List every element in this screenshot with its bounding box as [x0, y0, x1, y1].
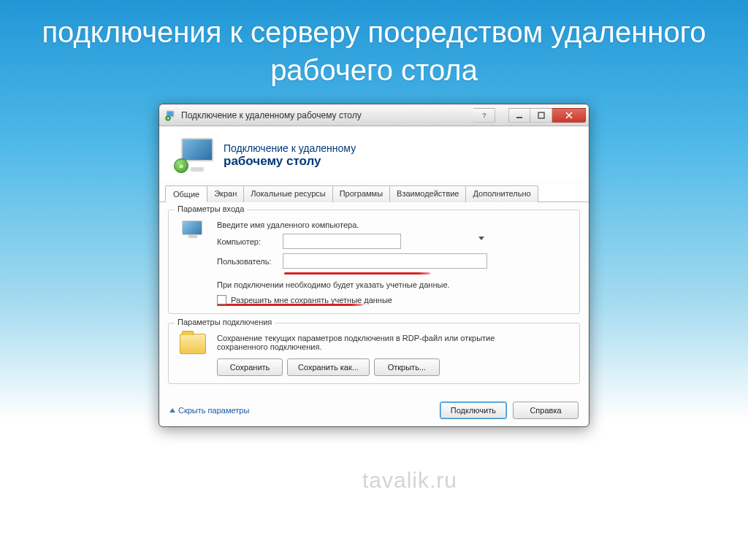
slide-title: подключения к серверу посредством удален…: [0, 0, 748, 96]
rdp-logo-icon: »: [174, 138, 213, 173]
app-icon: [165, 110, 177, 121]
tab-experience[interactable]: Взаимодействие: [389, 185, 466, 202]
svg-rect-5: [538, 112, 544, 118]
help-window-button[interactable]: ?: [473, 108, 495, 123]
dialog-header: » Подключение к удаленному рабочему стол…: [159, 126, 589, 182]
open-button[interactable]: Открыть...: [374, 358, 440, 376]
save-credentials-checkbox[interactable]: [217, 295, 226, 304]
chevron-down-icon: [478, 237, 484, 240]
login-settings-group: Параметры входа Введите имя удаленного к…: [168, 210, 580, 314]
computer-combobox[interactable]: [283, 234, 401, 249]
help-button[interactable]: Справка: [513, 402, 579, 419]
computer-label: Компьютер:: [217, 237, 283, 246]
dialog-footer: Скрыть параметры Подключить Справка: [159, 397, 589, 419]
conn-text: Сохранение текущих параметров подключени…: [217, 334, 524, 351]
tab-strip: Общие Экран Локальные ресурсы Программы …: [159, 185, 589, 202]
tab-general[interactable]: Общие: [165, 185, 207, 202]
annotation-underline-user: [284, 272, 430, 275]
tab-panel-general: Параметры входа Введите имя удаленного к…: [159, 202, 589, 397]
svg-rect-4: [516, 117, 522, 118]
connection-settings-group: Параметры подключения Сохранение текущих…: [168, 323, 580, 384]
save-credentials-label: Разрешить мне сохранять учетные данные: [231, 296, 392, 304]
maximize-button[interactable]: [530, 108, 552, 123]
save-button[interactable]: Сохранить: [217, 358, 283, 376]
user-label: Пользователь:: [217, 257, 283, 266]
hide-options-link[interactable]: Скрыть параметры: [169, 406, 249, 415]
rdp-dialog-window: Подключение к удаленному рабочему столу …: [159, 104, 589, 427]
titlebar[interactable]: Подключение к удаленному рабочему столу …: [159, 104, 589, 126]
close-button[interactable]: [552, 108, 586, 123]
window-title: Подключение к удаленному рабочему столу: [181, 110, 362, 120]
credentials-hint: При подключении необходимо будет указать…: [217, 280, 495, 289]
folder-icon: [178, 334, 208, 354]
login-legend: Параметры входа: [175, 204, 247, 213]
tab-local-resources[interactable]: Локальные ресурсы: [243, 185, 332, 202]
save-as-button[interactable]: Сохранить как...: [287, 358, 370, 376]
chevron-up-icon: [169, 408, 175, 413]
connect-button[interactable]: Подключить: [440, 402, 507, 419]
tab-programs[interactable]: Программы: [332, 185, 390, 202]
window-controls: [508, 108, 586, 123]
user-input[interactable]: [283, 253, 487, 269]
tab-display[interactable]: Экран: [207, 185, 244, 202]
minimize-button[interactable]: [508, 108, 530, 123]
svg-text:?: ?: [482, 112, 486, 119]
tab-advanced[interactable]: Дополнительно: [465, 185, 538, 202]
conn-legend: Параметры подключения: [175, 318, 275, 326]
header-line1: Подключение к удаленному: [224, 142, 356, 154]
header-line2: рабочему столу: [224, 154, 356, 169]
computer-icon: [178, 220, 208, 239]
watermark-text: tavalik.ru: [362, 468, 457, 493]
login-intro-text: Введите имя удаленного компьютера.: [217, 220, 570, 229]
